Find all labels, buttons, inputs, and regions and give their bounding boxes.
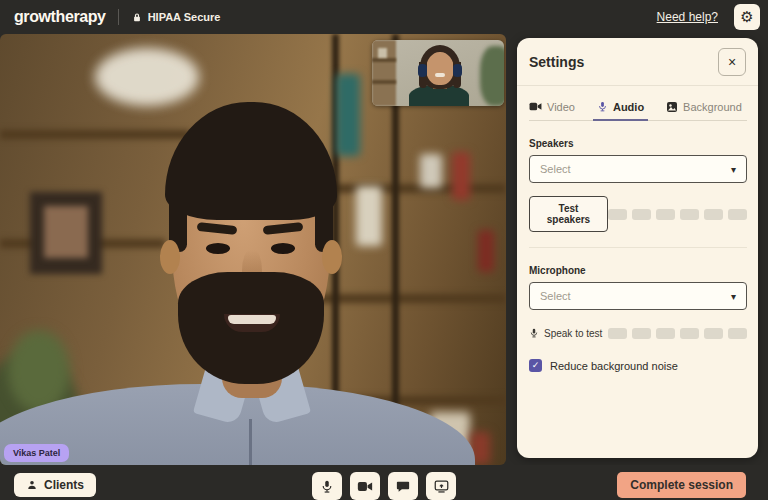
speakers-label: Speakers (529, 138, 747, 149)
shelf-object (420, 154, 442, 188)
check-icon: ✓ (532, 361, 540, 370)
growtherapy-logo: growtherapy (14, 8, 106, 26)
need-help-link[interactable]: Need help? (657, 10, 718, 24)
settings-panel: Settings × Video (517, 38, 758, 458)
meter-segment (704, 209, 723, 220)
meter-segment (728, 328, 747, 339)
client-hair (165, 102, 337, 220)
clients-button[interactable]: Clients (14, 473, 96, 497)
speakers-select-placeholder: Select (540, 163, 571, 175)
chevron-down-icon: ▾ (731, 164, 736, 175)
tab-video-label: Video (547, 101, 575, 113)
tab-background[interactable]: Background (666, 100, 742, 113)
complete-session-button[interactable]: Complete session (617, 472, 746, 498)
meter-segment (656, 209, 675, 220)
test-speakers-button[interactable]: Test speakers (529, 196, 608, 232)
chevron-down-icon: ▾ (731, 291, 736, 302)
shirt-placket (249, 419, 252, 465)
pip-plant (480, 46, 504, 106)
image-icon (666, 101, 678, 113)
microphone-icon (320, 479, 334, 494)
tab-background-label: Background (683, 101, 742, 113)
participant-name-tag: Vikas Patel (4, 444, 69, 462)
self-view-pip (372, 40, 504, 106)
pip-shelf-object (378, 48, 387, 58)
tab-audio[interactable]: Audio (597, 100, 644, 113)
topbar-divider (118, 9, 119, 25)
therapist-smile (435, 73, 445, 77)
settings-panel-header: Settings × (517, 38, 758, 86)
hipaa-secure-badge: HIPAA Secure (131, 11, 221, 24)
microphone-volume-meter (608, 328, 747, 339)
screen-share-icon (434, 479, 449, 493)
tab-audio-label: Audio (613, 101, 644, 113)
book (336, 74, 360, 156)
meter-segment (704, 328, 723, 339)
meter-segment (656, 328, 675, 339)
pip-shelf-board (372, 80, 396, 84)
client-ear (322, 240, 342, 274)
call-controls-bar: Clients (0, 465, 768, 500)
book (478, 230, 494, 272)
microphone-select[interactable]: Select ▾ (529, 282, 747, 310)
client-smile (228, 315, 276, 324)
lock-icon (131, 11, 143, 24)
microphone-icon (529, 327, 539, 339)
clients-button-label: Clients (44, 478, 84, 492)
reduce-noise-label: Reduce background noise (550, 360, 678, 372)
gear-icon: ⚙ (740, 10, 753, 25)
client-eye (271, 243, 295, 254)
meter-segment (728, 209, 747, 220)
speaker-volume-meter (608, 209, 747, 220)
meter-segment (608, 209, 627, 220)
tab-video[interactable]: Video (529, 100, 575, 113)
microphone-icon (597, 100, 608, 113)
center-call-controls (312, 472, 456, 500)
topbar: growtherapy HIPAA Secure Need help? ⚙ (0, 0, 768, 34)
chat-button[interactable] (388, 472, 418, 500)
checkbox-checked-icon[interactable]: ✓ (529, 359, 542, 372)
screen-share-button[interactable] (426, 472, 456, 500)
headphone-earcup (418, 64, 427, 77)
headphone-earcup (453, 64, 462, 77)
mute-microphone-button[interactable] (312, 472, 342, 500)
meter-segment (632, 328, 651, 339)
camera-icon (357, 480, 373, 493)
ceiling-light (95, 48, 199, 106)
person-icon (26, 479, 38, 491)
settings-tabs: Video Audio (529, 100, 747, 121)
book (356, 186, 382, 246)
speak-to-test-label: Speak to test (544, 328, 602, 339)
close-settings-button[interactable]: × (718, 48, 746, 76)
chat-icon (396, 479, 410, 493)
therapist-face (426, 52, 454, 85)
settings-gear-button[interactable]: ⚙ (734, 4, 760, 30)
meter-segment (632, 209, 651, 220)
book (452, 152, 470, 200)
picture-frame-photo (44, 206, 88, 258)
meter-segment (608, 328, 627, 339)
client-ear (160, 240, 180, 274)
speak-to-test: Speak to test (529, 327, 602, 339)
settings-panel-body: Video Audio (517, 86, 758, 372)
settings-title: Settings (529, 54, 584, 70)
toggle-camera-button[interactable] (350, 472, 380, 500)
shelf-board (0, 130, 190, 139)
camera-icon (529, 101, 542, 112)
hipaa-secure-label: HIPAA Secure (148, 11, 221, 23)
meter-segment (680, 328, 699, 339)
speakers-select[interactable]: Select ▾ (529, 155, 747, 183)
client-eye (206, 243, 230, 254)
shelf-board (300, 294, 506, 303)
microphone-select-placeholder: Select (540, 290, 571, 302)
close-icon: × (728, 54, 736, 70)
pip-shelf-board (372, 58, 396, 62)
call-stage: Vikas Patel Settings × Video (0, 34, 768, 465)
microphone-label: Microphone (529, 265, 747, 276)
reduce-noise-checkbox-row[interactable]: ✓ Reduce background noise (529, 359, 747, 372)
section-divider (529, 247, 747, 248)
meter-segment (680, 209, 699, 220)
main-video-feed: Vikas Patel (0, 34, 506, 465)
